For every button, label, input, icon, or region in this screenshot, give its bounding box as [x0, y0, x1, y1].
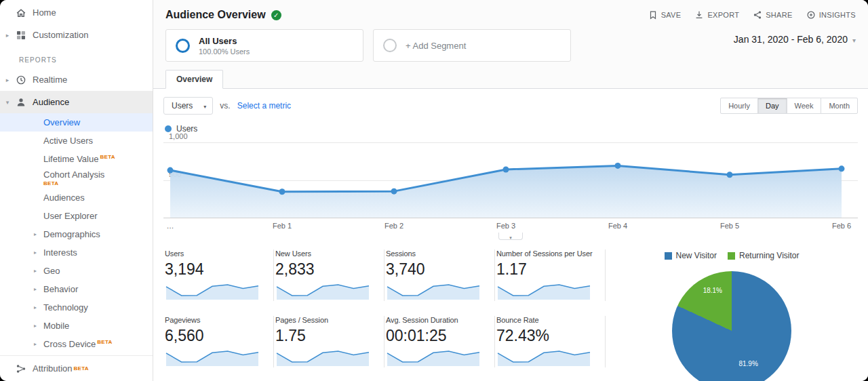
metric-card-sessions[interactable]: Sessions3,740 [384, 249, 495, 301]
x-axis-tick-label: … [167, 222, 174, 230]
metric-card-new-users[interactable]: New Users2,833 [274, 249, 384, 301]
report-panel: Users vs. Select a metric HourlyDayWeekM… [153, 89, 868, 381]
sidebar-item-overview[interactable]: Overview [0, 113, 153, 132]
sidebar-item-realtime[interactable]: ▸Realtime [0, 68, 153, 91]
sidebar-item-label-wrap: User Explorer [43, 211, 97, 221]
legend-label: New Visitor [676, 251, 717, 260]
sidebar-item-demographics[interactable]: ▸Demographics [0, 225, 153, 243]
add-segment-button[interactable]: + Add Segment [373, 29, 571, 62]
sidebar-item-user-explorer[interactable]: User Explorer [0, 207, 153, 225]
segment-text: All Users 100.00% Users [199, 36, 250, 56]
granularity-hourly[interactable]: Hourly [720, 98, 758, 114]
insights-button[interactable]: INSIGHTS [806, 10, 856, 20]
sidebar-top-group: Home▸Customization [0, 1, 153, 46]
action-label: EXPORT [707, 11, 739, 19]
sidebar-item-home[interactable]: Home [0, 1, 153, 24]
chevron-right-icon: ▸ [0, 32, 12, 39]
metric-card-avg-session-duration[interactable]: Avg. Session Duration00:01:25 [384, 316, 495, 367]
x-axis-labels: …Feb 1Feb 2Feb 3Feb 4Feb 5Feb 6 [163, 222, 858, 233]
add-segment-circle-icon [383, 39, 397, 52]
sidebar-reports-group: ▸Realtime▾Audience [0, 68, 153, 113]
metric-sparkline [275, 281, 377, 301]
users-line-chart[interactable]: 5001,000 [163, 142, 858, 218]
realtime-icon [12, 75, 30, 85]
sidebar-item-attribution[interactable]: Attribution BETA [0, 355, 153, 381]
save-button[interactable]: SAVE [648, 10, 682, 20]
sidebar-item-label-wrap: Geo [43, 266, 60, 276]
sidebar-item-cross-device[interactable]: ▸Cross DeviceBETA [0, 335, 153, 353]
metric-select-value: Users [172, 101, 193, 111]
granularity-toggle: HourlyDayWeekMonth [720, 98, 858, 114]
sidebar-item-label: Overview [43, 117, 80, 127]
granularity-month[interactable]: Month [821, 98, 858, 114]
date-range-selector[interactable]: Jan 31, 2020 - Feb 6, 2020 [734, 29, 856, 45]
sidebar-item-label-wrap: Overview [43, 117, 80, 127]
sidebar-item-cohort-analysis[interactable]: Cohort AnalysisBETA [0, 168, 153, 188]
metric-card-users[interactable]: Users3,194 [163, 249, 274, 301]
x-axis-tick-label: Feb 2 [384, 222, 403, 230]
metric-card-number-of-sessions-per-user[interactable]: Number of Sessions per User1.17 [495, 249, 606, 301]
sidebar-item-geo[interactable]: ▸Geo [0, 262, 153, 280]
x-axis-tick-label: Feb 6 [832, 222, 851, 230]
sidebar-item-interests[interactable]: ▸Interests [0, 243, 153, 262]
metric-card-pages-session[interactable]: Pages / Session1.75 [274, 316, 384, 367]
metric-value: 72.43% [496, 327, 598, 345]
segment-all-users[interactable]: All Users 100.00% Users [165, 29, 363, 62]
metric-card-bounce-rate[interactable]: Bounce Rate72.43% [495, 316, 606, 367]
granularity-day[interactable]: Day [757, 98, 787, 114]
pie-legend-new-visitor: New Visitor [665, 251, 717, 260]
chart-controls: Users vs. Select a metric HourlyDayWeekM… [163, 97, 858, 115]
sidebar-item-label: Geo [43, 266, 60, 276]
chevron-right-icon: ▸ [34, 323, 43, 329]
sidebar-item-active-users[interactable]: Active Users [0, 132, 153, 150]
x-axis-tick-label: Feb 5 [720, 222, 739, 230]
metric-value: 3,194 [165, 260, 267, 279]
chart-expand-handle[interactable] [498, 233, 523, 240]
sidebar-item-label: Active Users [43, 136, 93, 146]
metric-sparkline [275, 347, 377, 367]
share-button[interactable]: SHARE [753, 10, 792, 20]
metric-sparkline [496, 347, 598, 367]
segment-row: All Users 100.00% Users + Add Segment Ja… [153, 26, 868, 70]
metric-select-dropdown[interactable]: Users [163, 97, 213, 115]
sidebar-item-label: Attribution [33, 363, 73, 374]
sidebar-item-technology[interactable]: ▸Technology [0, 298, 153, 317]
sidebar-item-label-wrap: Cross DeviceBETA [43, 339, 113, 349]
tab-overview[interactable]: Overview [165, 70, 223, 89]
sidebar-item-label-wrap: Lifetime ValueBETA [43, 154, 115, 164]
analytics-app: Home▸Customization REPORTS ▸Realtime▾Aud… [0, 0, 868, 381]
sidebar-item-mobile[interactable]: ▸Mobile [0, 317, 153, 335]
metric-sparkline [386, 347, 488, 367]
sidebar-item-lifetime-value[interactable]: Lifetime ValueBETA [0, 150, 153, 168]
action-label: SAVE [661, 11, 682, 19]
action-label: SHARE [766, 11, 792, 19]
granularity-week[interactable]: Week [787, 98, 822, 114]
tab-bar: Overview [153, 70, 868, 89]
sidebar-item-label-wrap: Interests [43, 247, 77, 258]
visitor-type-pie-chart[interactable]: 81.9% 18.1% [672, 271, 791, 381]
sidebar-item-audience[interactable]: ▾Audience [0, 91, 153, 113]
metric-value: 2,833 [275, 260, 377, 279]
share-icon [753, 10, 762, 20]
sidebar-item-label: Home [33, 7, 56, 18]
sidebar-item-customization[interactable]: ▸Customization [0, 24, 153, 46]
insights-icon [806, 10, 816, 20]
legend-label: Returning Visitor [739, 251, 800, 260]
sidebar-item-audiences[interactable]: Audiences [0, 188, 153, 207]
verified-badge-icon [271, 10, 281, 20]
sidebar-item-behavior[interactable]: ▸Behavior [0, 280, 153, 298]
select-metric-link[interactable]: Select a metric [237, 101, 291, 111]
summary-section: Users3,194New Users2,833Sessions3,740Num… [163, 249, 858, 381]
beta-badge: BETA [43, 180, 58, 186]
chevron-right-icon: ▸ [34, 231, 43, 237]
export-icon [694, 10, 704, 20]
metric-card-pageviews[interactable]: Pageviews6,560 [163, 316, 274, 367]
export-button[interactable]: EXPORT [694, 10, 739, 20]
pie-legend: New VisitorReturning Visitor [665, 251, 800, 260]
sidebar-item-label-wrap: Audiences [43, 193, 85, 203]
chevron-right-icon: ▸ [34, 249, 43, 256]
beta-badge: BETA [74, 365, 89, 372]
metric-value: 1.75 [275, 327, 377, 345]
chevron-right-icon: ▸ [0, 77, 12, 83]
sidebar-item-label-wrap: Cohort AnalysisBETA [43, 168, 104, 188]
